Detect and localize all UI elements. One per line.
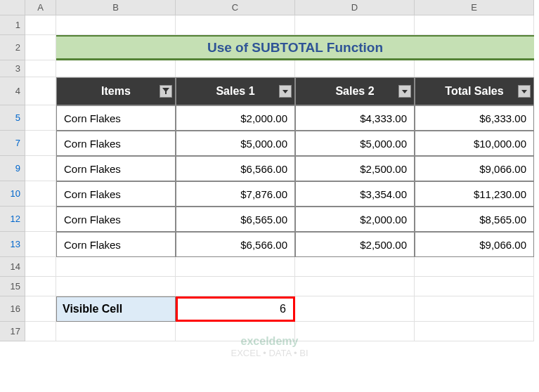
- header-total-label: Total Sales: [445, 85, 503, 98]
- header-items[interactable]: Items: [56, 77, 176, 105]
- header-sales1-label: Sales 1: [216, 85, 254, 98]
- table-cell[interactable]: Corn Flakes: [56, 105, 176, 131]
- table-cell[interactable]: Corn Flakes: [56, 156, 176, 181]
- dropdown-icon[interactable]: [398, 85, 411, 98]
- header-sales2-label: Sales 2: [335, 85, 374, 98]
- table-cell[interactable]: $11,230.00: [415, 181, 534, 207]
- row-13[interactable]: 13: [0, 232, 25, 257]
- row-14[interactable]: 14: [0, 257, 25, 277]
- col-B[interactable]: B: [56, 0, 176, 15]
- visible-cell-label[interactable]: Visible Cell: [56, 296, 176, 322]
- table-cell[interactable]: $9,066.00: [415, 232, 534, 257]
- row-15[interactable]: 15: [0, 277, 25, 296]
- table-cell[interactable]: Corn Flakes: [56, 181, 176, 207]
- row-4[interactable]: 4: [0, 77, 25, 105]
- spreadsheet-grid: A B C D E 1 2 Use of SUBTOTAL Function 3…: [0, 0, 539, 341]
- row-10[interactable]: 10: [0, 181, 25, 207]
- row-7[interactable]: 7: [0, 131, 25, 156]
- table-cell[interactable]: $9,066.00: [415, 156, 534, 181]
- row-12[interactable]: 12: [0, 207, 25, 232]
- table-cell[interactable]: $7,876.00: [176, 181, 295, 207]
- watermark-tagline: EXCEL • DATA • BI: [230, 348, 308, 358]
- table-cell[interactable]: $5,000.00: [295, 131, 415, 156]
- table-cell[interactable]: Corn Flakes: [56, 131, 176, 156]
- col-C[interactable]: C: [176, 0, 295, 15]
- table-cell[interactable]: $10,000.00: [415, 131, 534, 156]
- table-cell[interactable]: $2,500.00: [295, 232, 415, 257]
- header-sales1[interactable]: Sales 1: [176, 77, 295, 105]
- table-cell[interactable]: $6,566.00: [176, 232, 295, 257]
- table-cell[interactable]: $2,500.00: [295, 156, 415, 181]
- col-E[interactable]: E: [415, 0, 534, 15]
- row-2[interactable]: 2: [0, 35, 25, 60]
- dropdown-icon[interactable]: [518, 85, 531, 98]
- table-cell[interactable]: $6,566.00: [176, 156, 295, 181]
- table-cell[interactable]: $2,000.00: [295, 207, 415, 232]
- row-5[interactable]: 5: [0, 105, 25, 131]
- visible-cell-value[interactable]: 6: [176, 296, 295, 322]
- table-cell[interactable]: $5,000.00: [176, 131, 295, 156]
- table-cell[interactable]: $6,333.00: [415, 105, 534, 131]
- col-D[interactable]: D: [295, 0, 415, 15]
- table-cell[interactable]: Corn Flakes: [56, 232, 176, 257]
- row-3[interactable]: 3: [0, 60, 25, 77]
- select-all-corner[interactable]: [0, 0, 25, 15]
- table-cell[interactable]: $6,565.00: [176, 207, 295, 232]
- dropdown-icon[interactable]: [279, 85, 292, 98]
- header-sales2[interactable]: Sales 2: [295, 77, 415, 105]
- row-9[interactable]: 9: [0, 156, 25, 181]
- row-16[interactable]: 16: [0, 296, 25, 322]
- table-cell[interactable]: Corn Flakes: [56, 207, 176, 232]
- table-cell[interactable]: $3,354.00: [295, 181, 415, 207]
- table-cell[interactable]: $4,333.00: [295, 105, 415, 131]
- page-title: Use of SUBTOTAL Function: [56, 35, 534, 60]
- header-items-label: Items: [101, 85, 131, 98]
- col-A[interactable]: A: [25, 0, 56, 15]
- row-1[interactable]: 1: [0, 15, 25, 35]
- table-cell[interactable]: $8,565.00: [415, 207, 534, 232]
- filter-icon[interactable]: [160, 85, 172, 98]
- row-17[interactable]: 17: [0, 322, 25, 341]
- header-total[interactable]: Total Sales: [415, 77, 534, 105]
- table-cell[interactable]: $2,000.00: [176, 105, 295, 131]
